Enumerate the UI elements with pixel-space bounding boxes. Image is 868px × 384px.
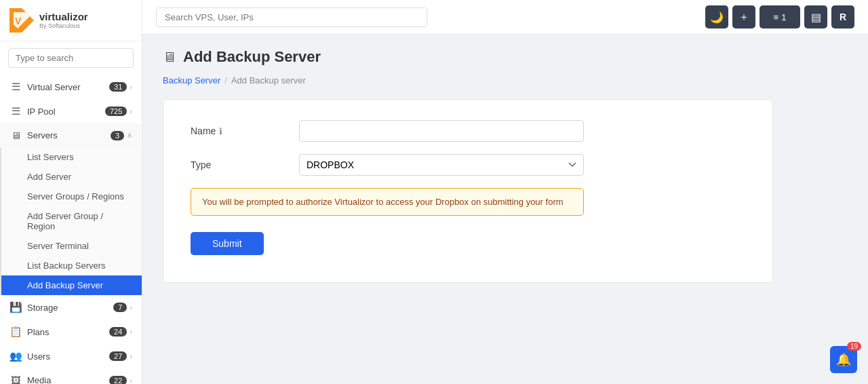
storage-badge: 7 [113, 303, 127, 312]
list-count: 1 [781, 12, 786, 22]
notification-container: R [831, 5, 854, 28]
list-icon: ≡ [774, 12, 779, 22]
form-row-name: Name ℹ [191, 120, 745, 142]
breadcrumb-parent[interactable]: Backup Server [163, 75, 220, 85]
form-card: Name ℹ Type DROPBOX FTP SFTP S3 [163, 99, 773, 283]
form-row-type: Type DROPBOX FTP SFTP S3 Backblaze [191, 154, 745, 176]
subnav-list-backup-servers[interactable]: List Backup Servers [1, 256, 142, 275]
warning-text: You will be prompted to authorize Virtua… [202, 197, 564, 207]
plans-chevron: › [130, 328, 132, 336]
sidebar-label-storage: Storage [27, 303, 113, 313]
topbar: 🌙 ＋ ≡ 1 ▤ R [142, 0, 868, 35]
ip-pool-badge: 725 [105, 107, 127, 116]
subnav-add-server-group-region[interactable]: Add Server Group / Region [1, 206, 142, 236]
ip-pool-chevron: › [130, 107, 132, 115]
avatar-button[interactable]: R [831, 5, 854, 28]
sidebar-item-ip-pool[interactable]: ☰ IP Pool 725 › [0, 99, 142, 123]
sidebar-item-media[interactable]: 🖼 Media 22 › [0, 368, 142, 384]
page-title-container: 🖥 Add Backup Server [163, 48, 848, 66]
sidebar-item-storage[interactable]: 💾 Storage 7 › [0, 295, 142, 320]
name-input[interactable] [299, 120, 584, 142]
notification-bell: 🔔 19 [830, 346, 857, 373]
storage-icon: 💾 [9, 301, 22, 313]
media-chevron: › [130, 377, 132, 385]
virtual-server-badge: 31 [109, 82, 127, 92]
servers-badge: 3 [111, 131, 124, 140]
sidebar-label-virtual-server: Virtual Server [27, 82, 109, 92]
type-label: Type [191, 159, 299, 170]
users-badge: 27 [109, 351, 127, 361]
virtual-server-icon: ☰ [9, 81, 22, 93]
storage-chevron: › [130, 303, 132, 311]
sidebar-search-input[interactable] [8, 48, 134, 68]
breadcrumb: Backup Server / Add Backup server [163, 75, 848, 85]
sidebar-label-users: Users [27, 351, 109, 362]
sidebar-item-plans[interactable]: 📋 Plans 24 › [0, 320, 142, 344]
sidebar-item-servers[interactable]: 🖥 Servers 3 ∧ [0, 123, 142, 147]
logo-sub: By Softaculous [39, 22, 88, 29]
media-badge: 22 [109, 376, 127, 385]
type-select-container: DROPBOX FTP SFTP S3 Backblaze [299, 154, 584, 176]
sidebar-item-users[interactable]: 👥 Users 27 › [0, 344, 142, 368]
plans-badge: 24 [109, 327, 127, 337]
name-label: Name ℹ [191, 126, 299, 136]
virtual-server-chevron: › [130, 83, 132, 91]
list-button[interactable]: ≡ 1 [760, 5, 800, 28]
sidebar-label-plans: Plans [27, 327, 109, 337]
submit-button[interactable]: Submit [191, 232, 264, 255]
breadcrumb-current: Add Backup server [231, 75, 306, 85]
notification-count: 19 [847, 342, 861, 351]
subnav-server-groups-regions[interactable]: Server Groups / Regions [1, 187, 142, 206]
sidebar-label-ip-pool: IP Pool [27, 107, 105, 117]
dark-mode-button[interactable]: 🌙 [705, 5, 728, 28]
notification-bell-container: 🔔 19 [830, 346, 857, 373]
console-button[interactable]: ▤ [804, 5, 827, 28]
name-info-icon: ℹ [219, 126, 222, 136]
logo-text: virtualizor [39, 11, 88, 22]
subnav-add-backup-server[interactable]: Add Backup Server [1, 275, 142, 295]
sidebar: V virtualizor By Softaculous ☰ Virtual S… [0, 0, 142, 384]
sidebar-label-servers: Servers [27, 130, 111, 140]
warning-alert: You will be prompted to authorize Virtua… [191, 188, 584, 216]
page-title: Add Backup Server [183, 48, 321, 66]
subnav-add-server[interactable]: Add Server [1, 167, 142, 187]
media-icon: 🖼 [9, 375, 22, 384]
name-input-container [299, 120, 584, 142]
main-content: 🌙 ＋ ≡ 1 ▤ R 🖥 Add Backup Server Backup S… [142, 0, 868, 384]
breadcrumb-separator: / [224, 75, 227, 85]
topbar-search-input[interactable] [156, 7, 427, 27]
ip-pool-icon: ☰ [9, 105, 22, 117]
topbar-actions: 🌙 ＋ ≡ 1 ▤ R [705, 5, 854, 28]
add-button[interactable]: ＋ [732, 5, 755, 28]
type-select[interactable]: DROPBOX FTP SFTP S3 Backblaze [299, 154, 584, 176]
svg-text:V: V [15, 16, 22, 26]
users-chevron: › [130, 352, 132, 360]
servers-subnav: List Servers Add Server Server Groups / … [0, 147, 142, 295]
servers-icon: 🖥 [9, 130, 22, 141]
logo-icon: V [9, 8, 34, 33]
subnav-server-terminal[interactable]: Server Terminal [1, 236, 142, 256]
sidebar-nav: ☰ Virtual Server 31 › ☰ IP Pool 725 › 🖥 … [0, 75, 142, 384]
servers-chevron: ∧ [127, 131, 132, 140]
sidebar-item-virtual-server[interactable]: ☰ Virtual Server 31 › [0, 75, 142, 99]
sidebar-search-container [0, 41, 142, 75]
page-body: 🖥 Add Backup Server Backup Server / Add … [142, 35, 868, 384]
plans-icon: 📋 [9, 326, 22, 338]
sidebar-label-media: Media [27, 375, 109, 384]
users-icon: 👥 [9, 350, 22, 362]
page-title-icon: 🖥 [163, 50, 176, 65]
topbar-search-container [156, 7, 427, 27]
logo: V virtualizor By Softaculous [0, 0, 142, 41]
subnav-list-servers[interactable]: List Servers [1, 147, 142, 167]
